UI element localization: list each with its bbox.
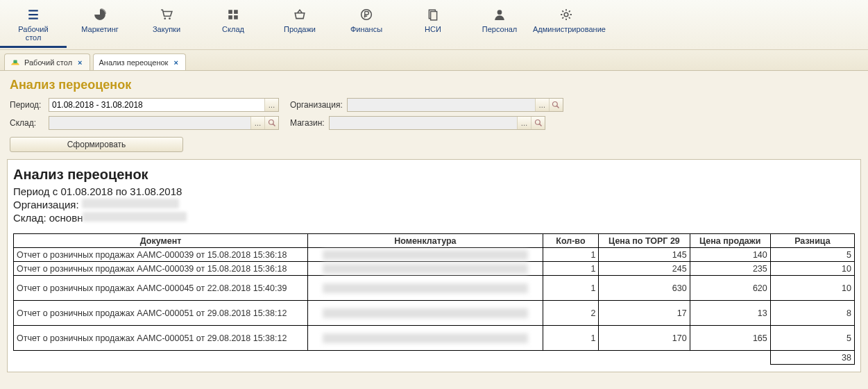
nav-label: Продажи: [266, 25, 333, 33]
nav-item-grid[interactable]: Склад: [200, 4, 266, 48]
cell-qty: 1: [543, 262, 599, 276]
generate-button[interactable]: Сформировать: [10, 137, 183, 152]
search-icon: [534, 119, 543, 127]
ruble-icon: [333, 7, 400, 22]
org-label: Организация:: [290, 100, 343, 110]
cell-nomenclature: [308, 262, 543, 276]
cell-sale: 620: [690, 276, 770, 301]
nav-item-pie[interactable]: Маркетинг: [67, 4, 133, 48]
report-table: Документ Номенклатура Кол-во Цена по ТОР…: [13, 233, 855, 365]
tab-close-icon[interactable]: ×: [76, 58, 83, 67]
svg-point-0: [553, 102, 558, 107]
nav-item-docs[interactable]: НСИ: [400, 4, 466, 48]
table-header-row: Документ Номенклатура Кол-во Цена по ТОР…: [14, 234, 855, 248]
gear-icon: [533, 7, 599, 22]
cell-sale: 165: [690, 326, 770, 351]
col-nomenclature: Номенклатура: [308, 234, 543, 248]
period-ellipsis-button[interactable]: …: [264, 99, 278, 111]
nav-item-basket[interactable]: Продажи: [266, 4, 333, 48]
cell-diff: 5: [770, 248, 854, 262]
pie-icon: [67, 7, 133, 22]
cell-torg29: 630: [599, 276, 690, 301]
col-torg29: Цена по ТОРГ 29: [599, 234, 690, 248]
nav-item-ruble[interactable]: Финансы: [333, 4, 400, 48]
nav-item-menu[interactable]: Рабочийстол: [0, 4, 67, 48]
col-quantity: Кол-во: [543, 234, 599, 248]
cell-document: Отчет о розничных продажах ААМС-000051 о…: [14, 326, 308, 351]
tab-close-icon[interactable]: ×: [172, 58, 179, 67]
store-input[interactable]: [330, 117, 517, 129]
nav-item-cart[interactable]: Закупки: [133, 4, 200, 48]
cell-sale: 235: [690, 262, 770, 276]
cart-icon: [133, 7, 200, 22]
total-diff-cell: 38: [770, 351, 854, 365]
org-input[interactable]: [348, 99, 535, 111]
cell-torg29: 17: [599, 301, 690, 326]
cell-nomenclature: [308, 301, 543, 326]
svg-line-3: [273, 124, 275, 126]
warehouse-field[interactable]: …: [49, 116, 279, 130]
nav-label: Администрирование: [533, 25, 599, 33]
cell-qty: 1: [543, 326, 599, 351]
org-field[interactable]: …: [347, 98, 563, 112]
report-org-prefix: Организация:: [13, 199, 79, 210]
warehouse-search-button[interactable]: [264, 117, 278, 129]
page-title: Анализ переоценок: [0, 71, 868, 98]
redacted-nomenclature: [323, 264, 528, 274]
nav-label: Маркетинг: [67, 25, 133, 33]
org-search-button[interactable]: [549, 99, 563, 111]
period-input[interactable]: [49, 99, 264, 111]
cell-qty: 1: [543, 276, 599, 301]
nav-item-person[interactable]: Персонал: [466, 4, 533, 48]
tab-1[interactable]: Анализ переоценок×: [93, 53, 186, 70]
svg-point-4: [535, 120, 540, 125]
redacted-nomenclature: [323, 250, 528, 260]
cell-document: Отчет о розничных продажах ААМС-000051 о…: [14, 301, 308, 326]
report-warehouse-line: Склад: основн: [13, 212, 855, 224]
report-area: Анализ переоценок Период с 01.08.2018 по…: [7, 159, 861, 372]
nav-label: Финансы: [333, 25, 400, 33]
org-ellipsis-button[interactable]: …: [535, 99, 549, 111]
cell-diff: 10: [770, 262, 854, 276]
report-period-line: Период с 01.08.2018 по 31.08.2018: [13, 185, 855, 197]
nav-item-gear[interactable]: Администрирование: [533, 4, 599, 48]
table-total-row: 38: [14, 351, 855, 365]
nav-label: Рабочийстол: [0, 25, 67, 42]
cell-sale: 13: [690, 301, 770, 326]
redacted-nomenclature: [323, 333, 528, 343]
period-field[interactable]: …: [49, 98, 279, 112]
svg-point-2: [269, 120, 273, 125]
nav-label: Персонал: [466, 25, 533, 33]
store-field[interactable]: …: [329, 116, 545, 130]
warehouse-ellipsis-button[interactable]: …: [250, 117, 264, 129]
store-label: Магазин:: [290, 118, 325, 128]
cell-torg29: 170: [599, 326, 690, 351]
nav-label: Склад: [200, 25, 266, 33]
store-search-button[interactable]: [531, 117, 545, 129]
svg-line-1: [557, 106, 559, 108]
table-row: Отчет о розничных продажах ААМС-000039 о…: [14, 248, 855, 262]
cell-document: Отчет о розничных продажах ААМС-000045 о…: [14, 276, 308, 301]
cell-qty: 2: [543, 301, 599, 326]
cell-document: Отчет о розничных продажах ААМС-000039 о…: [14, 248, 308, 262]
docs-icon: [400, 7, 466, 22]
col-document: Документ: [14, 234, 308, 248]
redacted-org: [82, 199, 179, 208]
tab-0[interactable]: Рабочий стол×: [4, 53, 90, 70]
period-label: Период:: [10, 100, 44, 110]
svg-line-5: [539, 124, 541, 126]
cell-diff: 10: [770, 276, 854, 301]
grid-icon: [200, 7, 266, 22]
person-icon: [466, 7, 533, 22]
table-row: Отчет о розничных продажах ААМС-000045 о…: [14, 276, 855, 301]
warehouse-input[interactable]: [49, 117, 250, 129]
desktop-icon: [10, 58, 20, 67]
filter-panel: Период: … Организация: … Склад: … Магази…: [0, 98, 868, 130]
tab-strip: Рабочий стол×Анализ переоценок×: [0, 50, 868, 71]
report-warehouse-prefix: Склад: основн: [13, 212, 83, 224]
search-icon: [552, 101, 560, 109]
tab-label: Анализ переоценок: [99, 58, 169, 67]
redacted-warehouse: [83, 212, 187, 222]
store-ellipsis-button[interactable]: …: [517, 117, 531, 129]
redacted-nomenclature: [323, 283, 528, 293]
